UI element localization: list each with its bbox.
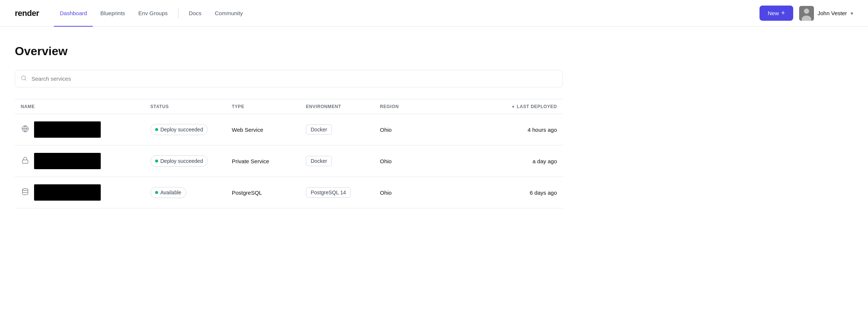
service-name-redacted <box>34 153 101 169</box>
environment-cell: PostgreSQL 14 <box>306 187 380 198</box>
col-status: STATUS <box>150 104 232 109</box>
globe-icon <box>21 125 30 134</box>
status-dot <box>155 191 158 194</box>
user-menu[interactable]: John Vester ▾ <box>799 6 853 21</box>
environment-cell: Docker <box>306 124 380 135</box>
col-type: TYPE <box>232 104 306 109</box>
sort-icon: ▼ <box>511 105 515 109</box>
secondary-nav: Docs Community <box>183 7 249 19</box>
search-container <box>15 70 563 87</box>
nav-item-dashboard[interactable]: Dashboard <box>54 7 93 19</box>
search-input[interactable] <box>15 70 563 87</box>
region-text: Ohio <box>380 190 454 196</box>
table-row[interactable]: Deploy succeeded Private Service Docker … <box>15 145 563 177</box>
status-badge: Available <box>150 187 186 198</box>
nav-divider <box>178 8 178 19</box>
nav-item-blueprints[interactable]: Blueprints <box>94 7 131 19</box>
service-name-redacted <box>34 184 101 201</box>
last-deployed-text: 4 hours ago <box>454 127 557 133</box>
status-badge: Deploy succeeded <box>150 124 208 135</box>
service-type: PostgreSQL <box>232 190 306 196</box>
svg-rect-7 <box>23 160 28 163</box>
table-header: NAME STATUS TYPE ENVIRONMENT REGION ▼ LA… <box>15 100 563 114</box>
svg-point-1 <box>804 9 809 14</box>
nav-item-community[interactable]: Community <box>209 7 249 19</box>
new-button[interactable]: New + <box>760 6 793 21</box>
col-environment: ENVIRONMENT <box>306 104 380 109</box>
header: render Dashboard Blueprints Env Groups D… <box>0 0 868 27</box>
table-row[interactable]: Deploy succeeded Web Service Docker Ohio… <box>15 114 563 145</box>
col-name: NAME <box>21 104 150 109</box>
header-right: New + John Vester ▾ <box>760 6 853 21</box>
table-row[interactable]: Available PostgreSQL PostgreSQL 14 Ohio … <box>15 177 563 208</box>
status-cell: Deploy succeeded <box>150 124 232 135</box>
status-dot <box>155 128 158 131</box>
service-name-cell <box>21 121 150 138</box>
service-name-cell <box>21 153 150 169</box>
page-title: Overview <box>15 44 563 58</box>
main-content: Overview NAME STATUS TYPE ENVIRONMENT RE… <box>0 27 578 223</box>
service-type: Private Service <box>232 158 306 164</box>
last-deployed-text: a day ago <box>454 158 557 164</box>
status-cell: Deploy succeeded <box>150 155 232 167</box>
svg-line-4 <box>25 79 26 80</box>
env-badge: Docker <box>306 124 332 135</box>
env-badge: PostgreSQL 14 <box>306 187 351 198</box>
service-type: Web Service <box>232 127 306 133</box>
env-badge: Docker <box>306 156 332 166</box>
primary-nav: Dashboard Blueprints Env Groups <box>54 7 173 19</box>
service-name-cell <box>21 184 150 201</box>
environment-cell: Docker <box>306 156 380 166</box>
col-region: REGION <box>380 104 454 109</box>
status-badge: Deploy succeeded <box>150 155 208 167</box>
region-text: Ohio <box>380 158 454 164</box>
nav-item-env-groups[interactable]: Env Groups <box>133 7 174 19</box>
svg-point-8 <box>23 188 28 190</box>
col-last-deployed[interactable]: ▼ LAST DEPLOYED <box>454 104 557 109</box>
search-icon <box>21 75 27 83</box>
region-text: Ohio <box>380 127 454 133</box>
database-icon <box>21 188 30 197</box>
app-logo[interactable]: render <box>15 9 39 18</box>
chevron-down-icon: ▾ <box>851 10 853 16</box>
avatar <box>799 6 814 21</box>
service-name-redacted <box>34 121 101 138</box>
status-dot <box>155 160 158 162</box>
last-deployed-text: 6 days ago <box>454 190 557 196</box>
plus-icon: + <box>781 9 785 17</box>
lock-icon <box>21 157 30 166</box>
status-cell: Available <box>150 187 232 198</box>
nav-item-docs[interactable]: Docs <box>183 7 207 19</box>
services-table: NAME STATUS TYPE ENVIRONMENT REGION ▼ LA… <box>15 99 563 208</box>
user-name: John Vester <box>818 10 847 16</box>
